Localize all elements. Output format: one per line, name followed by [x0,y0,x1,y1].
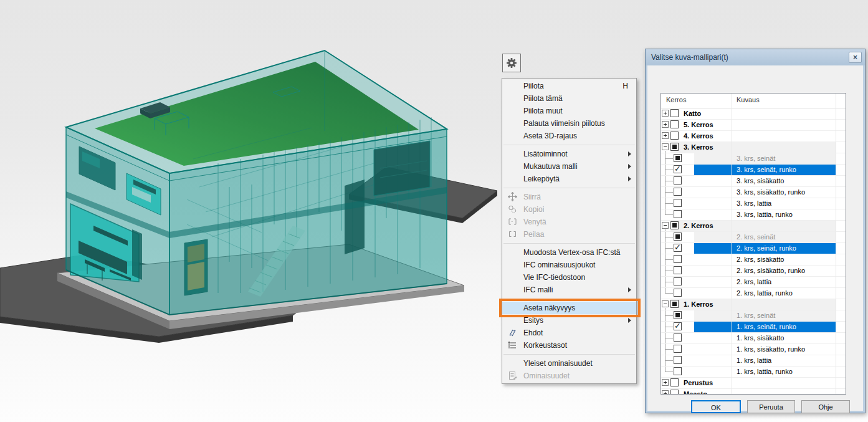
checkbox-partial[interactable] [670,221,679,229]
checkbox-unchecked[interactable] [674,199,682,207]
tree-line [665,237,673,237]
checkbox-unchecked[interactable] [674,367,682,375]
menu-item-yleiset-ominaisuudet[interactable]: Yleiset ominaisuudet [502,357,636,370]
menu-item-ehdot[interactable]: Ehdot [502,327,636,339]
tree-line [665,151,665,153]
checkbox-checked[interactable]: ✓ [674,244,682,252]
tree-row[interactable]: ✓3. krs, seinät, runko [661,165,846,176]
checkbox-checked[interactable]: ✓ [674,165,682,173]
column-header-kerros: Kerros [666,96,686,103]
checkbox-unchecked[interactable] [670,378,679,386]
tree-row[interactable]: ✓1. krs, seinät, runko [661,322,846,333]
checkbox-unchecked[interactable] [674,210,682,218]
menu-item-palauta-viimeisin-piilotus[interactable]: Palauta viimeisin piilotus [502,117,636,130]
checkbox-partial[interactable] [674,154,682,162]
expand-icon[interactable] [662,121,669,128]
tree-group-row[interactable]: Katto [661,108,846,120]
tree-row[interactable]: 2. krs, seinät [661,232,846,243]
menu-item-aseta-n-kyvyys[interactable]: Aseta näkyvyys [502,302,636,314]
close-icon[interactable]: × [849,52,862,63]
menu-item-piilota[interactable]: PiilotaH [502,80,636,92]
menu-item-lis-toiminnot[interactable]: Lisätoiminnot [502,148,636,160]
tree-line [665,203,673,204]
tree-group-row[interactable]: 5. Kerros [661,120,846,131]
checkbox-unchecked[interactable] [674,277,682,285]
menu-item-venyt-[interactable]: Venytä [502,216,636,228]
tree-row[interactable]: 1. krs, lattia [661,355,846,367]
menu-item-ifc-malli[interactable]: IFC malli [502,284,636,296]
collapse-icon[interactable] [662,300,669,307]
tree-row[interactable]: 3. krs, sisäkatto, runko [661,187,846,198]
menu-item-vie-ifc-tiedostoon[interactable]: Vie IFC-tiedostoon [502,271,636,284]
menu-item-label: Aseta 3D-rajaus [523,132,577,140]
menu-item-ominaisuudet[interactable]: Ominaisuudet [502,370,636,382]
menu-item-leikep-yt-[interactable]: Leikepöytä [502,173,636,185]
checkbox-partial[interactable] [674,311,682,319]
menu-item-esitys[interactable]: Esitys [502,314,636,327]
checkbox-partial[interactable] [674,233,682,241]
tree-row[interactable]: 2. krs, sisäkatto, runko [661,266,846,277]
menu-item-piilota-muut[interactable]: Piilota muut [502,105,636,117]
tree-row[interactable]: 2. krs, lattia [661,277,846,288]
expand-icon[interactable] [662,110,669,117]
tree-row[interactable]: 3. krs, sisäkatto [661,176,846,187]
menu-item-siirr-[interactable]: Siirrä [502,191,636,203]
checkbox-unchecked[interactable] [670,120,679,128]
checkbox-unchecked[interactable] [670,390,679,395]
checkbox-partial[interactable] [670,300,679,308]
checkbox-unchecked[interactable] [674,188,682,196]
tree-row[interactable]: 3. krs, lattia [661,198,846,209]
tree-row[interactable]: 1. krs, lattia, runko [661,367,846,378]
expand-icon[interactable] [662,132,669,139]
tree-row[interactable]: 1. krs, sisäkatto [661,333,846,344]
menu-item-korkeustasot[interactable]: Korkeustasot [502,339,636,352]
checkbox-unchecked[interactable] [674,345,682,353]
menu-item-label: Peilaa [523,230,544,239]
checkbox-unchecked[interactable] [674,289,682,297]
tree-row[interactable]: 2. krs, sisäkatto [661,254,846,266]
expand-icon[interactable] [662,379,669,386]
menu-item-aseta-3d-rajaus[interactable]: Aseta 3D-rajaus [502,130,636,142]
menu-item-label: Muodosta Vertex-osa IFC:stä [523,248,620,257]
tree-row[interactable]: 3. krs, seinät [661,153,846,165]
tree-group-row[interactable]: 2. Kerros [661,221,846,232]
checkbox-checked[interactable]: ✓ [674,322,682,330]
checkbox-partial[interactable] [670,143,679,151]
tree-row[interactable]: 2. krs, lattia, runko [661,288,846,299]
collapse-icon[interactable] [662,222,669,229]
checkbox-unchecked[interactable] [670,132,679,140]
menu-item-kopioi[interactable]: Kopioi [502,203,636,216]
expand-icon[interactable] [662,390,669,395]
tree-row[interactable]: 3. krs, lattia, runko [661,209,846,221]
tree-group-row[interactable]: Perustus [661,378,846,389]
checkbox-unchecked[interactable] [674,333,682,342]
tree-row[interactable]: 1. krs, seinät [661,310,846,322]
checkbox-unchecked[interactable] [674,255,682,263]
settings-gear-button[interactable] [502,54,521,72]
tree-group-row[interactable]: 4. Kerros [661,131,846,142]
tree-group-row[interactable]: 1. Kerros [661,299,846,310]
checkbox-unchecked[interactable] [674,176,682,185]
cancel-button[interactable]: Peruuta [747,400,795,413]
collapse-icon[interactable] [662,143,669,150]
3d-viewport[interactable] [0,0,523,422]
menu-item-peilaa[interactable]: Peilaa [502,228,636,241]
menu-item-muodosta-vertex-osa-ifc-st-[interactable]: Muodosta Vertex-osa IFC:stä [502,246,636,259]
submenu-arrow-icon [628,176,631,181]
checkbox-unchecked[interactable] [674,266,682,274]
help-button[interactable]: Ohje [801,400,850,413]
tree-group-row[interactable]: Maasto [661,389,846,395]
conditions-icon [508,328,518,338]
checkbox-unchecked[interactable] [670,109,679,117]
ok-button[interactable]: OK [691,400,741,413]
menu-item-mukautuva-malli[interactable]: Mukautuva malli [502,160,636,173]
checkbox-unchecked[interactable] [674,356,682,364]
menu-item-label: Leikepöytä [523,175,560,183]
menu-item-ifc-ominaisuusjoukot[interactable]: IFC ominaisuusjoukot [502,259,636,271]
menu-separator [503,145,635,145]
tree-group-row[interactable]: 3. Kerros [661,142,846,153]
tree-row[interactable]: ✓2. krs, seinät, runko [661,243,846,254]
menu-item-piilota-t-m-[interactable]: Piilota tämä [502,92,636,105]
submenu-arrow-icon [628,287,631,292]
tree-row[interactable]: 1. krs, sisäkatto, runko [661,344,846,355]
